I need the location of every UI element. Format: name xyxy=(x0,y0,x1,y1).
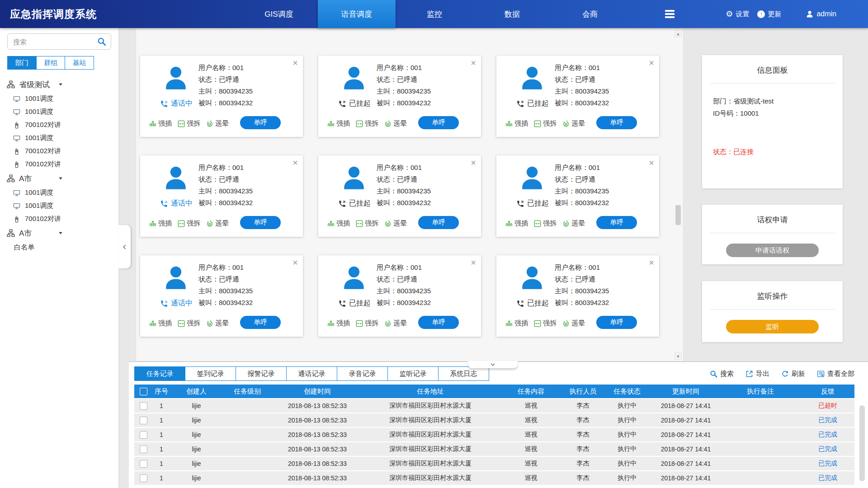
record-tab-listen[interactable]: 监听记录 xyxy=(387,366,439,381)
action-insert[interactable]: 强插 xyxy=(327,119,350,128)
action-stun[interactable]: 遥晕 xyxy=(206,119,229,128)
bottom-scrollbar-thumb[interactable] xyxy=(859,405,865,481)
tree-leaf-item[interactable]: 1001调度 xyxy=(0,199,118,212)
action-stun[interactable]: 遥晕 xyxy=(206,219,229,228)
tree-group-item[interactable]: A市 xyxy=(0,225,118,241)
action-insert[interactable]: 强插 xyxy=(149,219,172,228)
single-call-button[interactable]: 单呼 xyxy=(418,316,459,329)
update-button[interactable]: ↑ 更新 xyxy=(757,10,781,19)
action-break[interactable]: 强拆 xyxy=(356,219,378,228)
export-button[interactable]: 导出 xyxy=(745,370,769,378)
sidebar-tab-group[interactable]: 群组 xyxy=(36,56,66,70)
feedback-link[interactable]: 已完成 xyxy=(801,445,854,453)
row-checkbox[interactable] xyxy=(140,402,147,410)
listen-button[interactable]: 监听 xyxy=(726,320,819,333)
close-icon[interactable]: × xyxy=(292,257,298,268)
tree-group-item[interactable]: A市 xyxy=(0,171,118,186)
tree-group-item[interactable]: 省级测试 xyxy=(0,77,118,92)
row-checkbox[interactable] xyxy=(140,446,147,453)
scrollbar-thumb[interactable] xyxy=(675,205,681,225)
close-icon[interactable]: × xyxy=(649,157,654,168)
sidebar-collapse-handle[interactable] xyxy=(118,225,131,268)
close-icon[interactable]: × xyxy=(292,57,298,68)
sidebar-tab-department[interactable]: 部门 xyxy=(7,56,37,70)
search-button[interactable]: 搜索 xyxy=(710,370,734,378)
tree-leaf-item[interactable]: 700102对讲 xyxy=(0,212,118,225)
action-break[interactable]: 强拆 xyxy=(534,319,557,328)
action-break[interactable]: 强拆 xyxy=(356,119,378,128)
action-break[interactable]: 强拆 xyxy=(356,319,378,328)
single-call-button[interactable]: 单呼 xyxy=(240,316,281,329)
action-insert[interactable]: 强插 xyxy=(505,319,528,328)
close-icon[interactable]: × xyxy=(649,57,654,68)
action-stun[interactable]: 遥晕 xyxy=(384,119,407,128)
action-insert[interactable]: 强插 xyxy=(505,219,528,228)
action-insert[interactable]: 强插 xyxy=(149,119,172,128)
record-tab-recording[interactable]: 录音记录 xyxy=(337,366,388,381)
action-insert[interactable]: 强插 xyxy=(149,319,172,328)
user-menu[interactable]: admin xyxy=(806,10,836,18)
action-stun[interactable]: 遥晕 xyxy=(562,119,585,128)
nav-item-data[interactable]: 数据 xyxy=(473,0,551,28)
feedback-link[interactable]: 已超时 xyxy=(801,402,854,410)
action-break[interactable]: 强拆 xyxy=(534,119,557,128)
nav-item-voice[interactable]: 语音调度 xyxy=(318,0,396,28)
scroll-down-arrow[interactable]: ▼ xyxy=(675,352,682,360)
scrollbar[interactable]: ▲ ▼ xyxy=(675,30,682,360)
single-call-button[interactable]: 单呼 xyxy=(596,316,637,329)
record-tab-call[interactable]: 通话记录 xyxy=(286,366,337,381)
record-tab-task[interactable]: 任务记录 xyxy=(134,366,185,381)
action-break[interactable]: 强拆 xyxy=(178,219,200,228)
action-stun[interactable]: 遥晕 xyxy=(562,219,585,228)
single-call-button[interactable]: 单呼 xyxy=(596,216,637,229)
close-icon[interactable]: × xyxy=(649,257,654,268)
tree-leaf-item[interactable]: 白名单 xyxy=(0,241,118,254)
action-stun[interactable]: 遥晕 xyxy=(384,319,407,328)
tree-leaf-item[interactable]: 1001调度 xyxy=(0,186,118,199)
action-stun[interactable]: 遥晕 xyxy=(384,219,407,228)
tree-leaf-item[interactable]: 1001调度 xyxy=(0,105,118,118)
tree-leaf-item[interactable]: 700102对讲 xyxy=(0,158,118,171)
action-break[interactable]: 强拆 xyxy=(534,219,557,228)
tree-leaf-item[interactable]: 700102对讲 xyxy=(0,145,118,158)
tree-leaf-item[interactable]: 700102对讲 xyxy=(0,118,118,131)
feedback-link[interactable]: 已完成 xyxy=(801,474,854,482)
tree-leaf-item[interactable]: 1001调度 xyxy=(0,131,118,145)
nav-item-consult[interactable]: 会商 xyxy=(551,0,629,28)
close-icon[interactable]: × xyxy=(471,257,476,268)
single-call-button[interactable]: 单呼 xyxy=(418,216,459,229)
bottom-collapse-handle[interactable] xyxy=(468,361,518,368)
close-icon[interactable]: × xyxy=(292,157,298,168)
sidebar-tab-station[interactable]: 基站 xyxy=(65,56,94,70)
single-call-button[interactable]: 单呼 xyxy=(418,116,459,129)
feedback-link[interactable]: 已完成 xyxy=(801,431,854,439)
select-all-checkbox[interactable] xyxy=(140,388,147,395)
record-tab-alarm[interactable]: 报警记录 xyxy=(236,366,287,381)
action-break[interactable]: 强拆 xyxy=(178,319,200,328)
single-call-button[interactable]: 单呼 xyxy=(596,116,637,129)
action-insert[interactable]: 强插 xyxy=(505,119,528,128)
request-floor-button[interactable]: 申请话语权 xyxy=(726,244,819,257)
row-checkbox[interactable] xyxy=(140,460,147,468)
action-stun[interactable]: 遥晕 xyxy=(206,319,229,328)
action-insert[interactable]: 强插 xyxy=(327,219,350,228)
single-call-button[interactable]: 单呼 xyxy=(240,216,281,229)
record-tab-syslog[interactable]: 系统日志 xyxy=(438,366,489,381)
single-call-button[interactable]: 单呼 xyxy=(240,116,281,129)
feedback-link[interactable]: 已完成 xyxy=(801,416,854,424)
search-input[interactable] xyxy=(12,38,97,46)
action-break[interactable]: 强拆 xyxy=(178,119,200,128)
row-checkbox[interactable] xyxy=(140,431,147,439)
nav-item-gis[interactable]: GIS调度 xyxy=(240,0,318,28)
close-icon[interactable]: × xyxy=(471,57,476,68)
search-icon[interactable] xyxy=(97,37,106,46)
row-checkbox[interactable] xyxy=(140,417,147,424)
record-tab-checkin[interactable]: 签到记录 xyxy=(185,366,236,381)
tree-leaf-item[interactable]: 1001调度 xyxy=(0,92,118,105)
nav-item-monitor[interactable]: 监控 xyxy=(396,0,473,28)
row-checkbox[interactable] xyxy=(140,474,147,482)
refresh-button[interactable]: 刷新 xyxy=(781,370,805,378)
feedback-link[interactable]: 已完成 xyxy=(801,460,854,468)
hamburger-menu-icon[interactable] xyxy=(665,10,675,18)
view-all-button[interactable]: 查看全部 xyxy=(817,370,854,378)
